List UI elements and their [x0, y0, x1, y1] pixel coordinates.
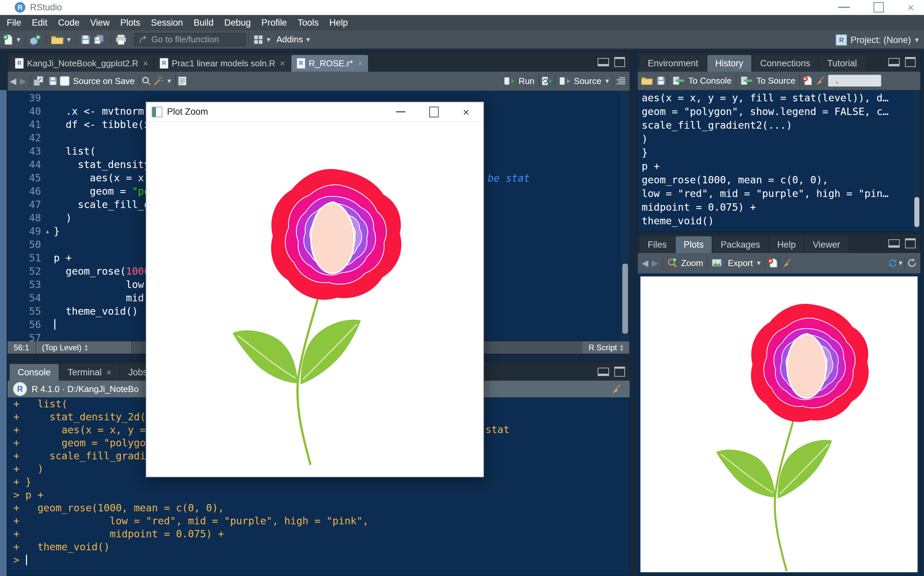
remove-entry-icon[interactable] [802, 76, 812, 86]
next-plot-icon[interactable]: ▶ [652, 258, 658, 268]
editor-tab[interactable]: RPrac1 linear models soln.R× [154, 55, 290, 72]
history-line[interactable]: ) [642, 132, 913, 146]
editor-scrollbar-thumb[interactable] [622, 264, 628, 334]
publish-icon[interactable] [887, 258, 898, 268]
menu-code[interactable]: Code [53, 18, 85, 28]
publish-caret-icon[interactable]: ▾ [898, 259, 902, 267]
minimize-window-icon[interactable] [838, 7, 850, 8]
tab-history[interactable]: History [707, 55, 751, 72]
clear-console-broom-icon[interactable] [611, 384, 622, 394]
print-icon[interactable] [115, 34, 127, 45]
minimize-pane-icon[interactable] [598, 368, 609, 376]
project-selector[interactable]: R Project: (None) ▾ [836, 30, 919, 50]
menu-help[interactable]: Help [324, 18, 353, 28]
maximize-pane-icon[interactable] [614, 57, 625, 67]
menu-session[interactable]: Session [145, 18, 188, 28]
editor-tab[interactable]: RKangJi_NoteBook_ggplot2.R× [10, 55, 153, 72]
source-button[interactable]: Source ▾ [557, 76, 611, 86]
panes-caret-icon[interactable]: ▾ [267, 35, 270, 44]
minimize-pane-icon[interactable] [888, 58, 900, 66]
run-button[interactable]: Run [502, 76, 537, 86]
menu-edit[interactable]: Edit [27, 18, 53, 28]
history-line[interactable]: scale_fill_gradient2(...) [642, 118, 913, 132]
tab-help[interactable]: Help [769, 236, 804, 253]
load-history-folder-icon[interactable] [641, 76, 653, 85]
new-project-icon[interactable] [30, 34, 41, 45]
save-icon[interactable] [48, 76, 58, 86]
new-file-icon[interactable] [3, 34, 13, 45]
popout-icon[interactable] [33, 76, 44, 86]
tab-console[interactable]: Console [10, 364, 59, 381]
menu-view[interactable]: View [85, 18, 115, 28]
maximize-pane-icon[interactable] [905, 238, 916, 248]
open-file-icon[interactable] [51, 35, 64, 45]
editor-tab[interactable]: RR_ROSE.r*× [291, 55, 368, 72]
history-line[interactable]: theme_void() [642, 214, 913, 228]
history-line[interactable]: midpoint = 0.075) + [642, 200, 913, 214]
close-window-icon[interactable]: × [907, 2, 914, 13]
code-tools-wand-icon[interactable] [153, 76, 163, 86]
maximize-window-icon[interactable] [873, 2, 884, 13]
close-window-icon[interactable]: × [463, 106, 469, 118]
clear-plots-broom-icon[interactable] [782, 258, 792, 268]
tab-connections[interactable]: Connections [752, 55, 818, 72]
menu-plots[interactable]: Plots [115, 18, 145, 28]
zoom-plot-button[interactable]: Zoom [665, 258, 705, 268]
history-line[interactable]: aes(x = x, y = y, fill = stat(level)), d… [642, 91, 913, 105]
maximize-pane-icon[interactable] [614, 366, 625, 377]
history-line[interactable]: p + [642, 159, 913, 173]
close-tab-icon[interactable]: × [106, 367, 111, 378]
addins-button[interactable]: Addins ▾ [273, 34, 313, 45]
source-on-save-checkbox[interactable] [60, 76, 70, 86]
tab-plots[interactable]: Plots [676, 236, 712, 253]
maximize-window-icon[interactable] [429, 107, 439, 117]
back-icon[interactable]: ◀ [10, 76, 16, 86]
close-tab-icon[interactable]: × [358, 58, 363, 69]
to-source-button[interactable]: To Source [739, 76, 797, 86]
open-recent-caret-icon[interactable]: ▾ [67, 35, 71, 44]
close-tab-icon[interactable]: × [280, 58, 285, 69]
history-line[interactable]: geom_rose(1000, mean = c(0, 0), [642, 173, 913, 187]
previous-plot-icon[interactable]: ◀ [642, 258, 648, 268]
menu-build[interactable]: Build [188, 18, 219, 28]
tab-tutorial[interactable]: Tutorial [819, 55, 865, 72]
tab-terminal[interactable]: Terminal× [60, 364, 119, 381]
history-search-input[interactable] [828, 75, 881, 87]
close-tab-icon[interactable]: × [143, 58, 148, 69]
history-line[interactable]: geom = "polygon", show.legend = FALSE, c… [642, 105, 913, 118]
goto-file-function-input[interactable]: Go to file/function [134, 33, 246, 46]
new-file-caret-icon[interactable]: ▾ [17, 35, 20, 44]
menu-file[interactable]: File [2, 18, 27, 28]
minimize-pane-icon[interactable] [598, 58, 609, 66]
plot-zoom-window[interactable]: Plot Zoom × [145, 102, 484, 477]
history-scrollbar[interactable] [913, 90, 920, 231]
tab-files[interactable]: Files [639, 236, 675, 253]
scope-selector[interactable]: (Top Level) ▴▾ [36, 341, 132, 354]
rerun-icon[interactable] [541, 76, 553, 86]
clear-history-broom-icon[interactable] [815, 76, 825, 86]
find-replace-icon[interactable] [141, 76, 151, 86]
maximize-pane-icon[interactable] [905, 57, 916, 67]
menu-tools[interactable]: Tools [293, 18, 324, 28]
minimize-pane-icon[interactable] [888, 239, 900, 248]
file-type-selector[interactable]: R Script ▴▾ [583, 341, 630, 354]
compile-report-icon[interactable] [177, 76, 187, 86]
to-console-button[interactable]: To Console [670, 76, 734, 86]
history-line[interactable]: low = "red", mid = "purple", high = "pin… [642, 187, 913, 200]
tab-environment[interactable]: Environment [639, 55, 707, 72]
menu-debug[interactable]: Debug [219, 18, 256, 28]
menu-profile[interactable]: Profile [256, 18, 293, 28]
refresh-plot-icon[interactable] [907, 258, 917, 268]
plot-zoom-title-bar[interactable]: Plot Zoom × [146, 102, 483, 122]
panes-grid-icon[interactable] [253, 35, 263, 45]
history-line[interactable]: } [642, 146, 913, 159]
forward-icon[interactable]: ▶ [20, 76, 26, 86]
document-outline-icon[interactable] [615, 77, 626, 85]
save-history-icon[interactable] [656, 76, 666, 85]
export-plot-button[interactable]: Export ▾ [710, 258, 763, 268]
minimize-window-icon[interactable] [396, 111, 405, 112]
tab-viewer[interactable]: Viewer [805, 236, 848, 253]
tab-packages[interactable]: Packages [713, 236, 768, 253]
editor-scrollbar[interactable] [620, 91, 630, 341]
source-on-save-toggle[interactable]: Source on Save [58, 76, 137, 86]
